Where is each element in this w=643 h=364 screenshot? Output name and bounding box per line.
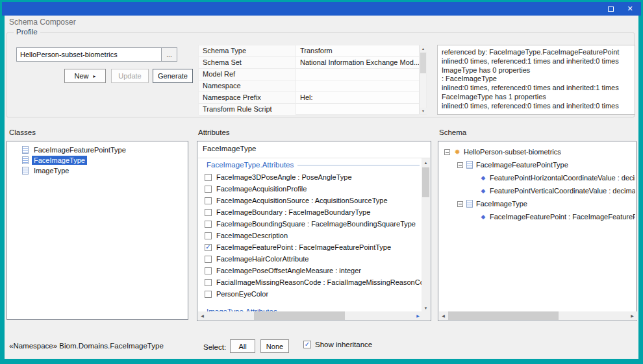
attribute-checkbox[interactable] [205,197,212,204]
generate-button[interactable]: Generate [153,69,193,83]
schema-tree: ✹HelloPerson-subset-biometricsFaceImageF… [439,142,635,311]
attribute-item[interactable]: PersonEyeColor [198,288,422,300]
attribute-item[interactable]: FaceImagePoseOffsetAngleMeasure : intege… [198,265,422,276]
attributes-horizontal-scrollbar[interactable]: ◀ ▶ [198,311,422,320]
attribute-label: FaceImageAcquisitionProfile [216,185,307,193]
tree-expander[interactable] [457,201,463,207]
attribute-list: FaceImage3DPoseAngle : PoseAngleTypeFace… [198,171,422,300]
scrollbar-thumb[interactable] [254,311,345,320]
attributes-panel: FaceImageType FaceImageType.Attributes F… [197,141,431,321]
attribute-item[interactable]: FaceImageAcquisitionSource : Acquisition… [198,195,422,206]
schema-label: Schema [439,128,466,136]
schema-horizontal-scrollbar[interactable]: ◀ ▶ [439,311,637,320]
tree-expander[interactable] [444,149,450,155]
class-list-item[interactable]: FaceImageFeaturePointType [7,145,188,155]
diamond-icon: ◆ [479,175,487,181]
attribute-item[interactable]: FaceImageHairColorAttribute [198,253,422,265]
tree-node[interactable]: FaceImageType [439,197,635,210]
tree-node[interactable]: ◆FaceImageFeaturePoint : FaceImageFeatur… [439,210,635,223]
classes-list[interactable]: FaceImageFeaturePointTypeFaceImageTypeIm… [6,141,188,320]
maximize-icon [608,6,614,12]
attribute-item[interactable]: FaceImageBoundingSquare : FaceImageBound… [198,218,422,230]
select-none-button[interactable]: None [260,339,289,353]
scroll-down-icon[interactable]: ▼ [420,108,427,114]
attribute-checkbox[interactable] [205,232,212,239]
property-value[interactable] [296,104,419,115]
property-label: Transform Rule Script [199,104,296,115]
scrollbar-thumb[interactable] [422,167,429,197]
attribute-checkbox[interactable] [205,221,212,228]
attribute-item[interactable]: FaceImage3DPoseAngle : PoseAngleType [198,171,422,183]
attribute-label: FaceImageBoundingSquare : FaceImageBound… [216,220,416,228]
scroll-up-icon[interactable]: ▲ [422,158,430,167]
tree-node[interactable]: ◆FeaturePointVerticalCoordinateValue : d… [439,184,635,197]
tree-node[interactable]: ✹HelloPerson-subset-biometrics [439,145,635,158]
attribute-item[interactable]: ✓FaceImageFeaturePoint : FaceImageFeatur… [198,241,422,253]
property-row[interactable]: Namespace [199,80,419,92]
group-header-text: FaceImageType.Attributes [207,161,294,169]
class-item-label: FaceImageType [32,156,87,165]
class-item-label: ImageType [32,166,71,175]
diamond-icon: ◆ [479,188,487,194]
class-list-item[interactable]: FaceImageType [7,155,188,165]
property-row[interactable]: Schema SetNational Information Exchange … [199,57,419,69]
titlebar[interactable]: ✕ [2,2,641,16]
attribute-label: FaceImageFeaturePoint : FaceImageFeature… [216,243,391,251]
close-button[interactable]: ✕ [625,5,635,14]
profile-group-label: Profile [14,28,40,36]
property-row[interactable]: Schema TypeTransform [199,45,419,57]
property-value[interactable] [296,69,419,80]
attributes-vertical-scrollbar[interactable]: ▲ ▼ [422,158,430,312]
attribute-label: FaceImageBoundary : FaceImageBoundaryTyp… [216,208,370,216]
attribute-checkbox[interactable] [205,186,212,193]
attribute-item[interactable]: FaceImageAcquisitionProfile [198,183,422,195]
class-list-item[interactable]: ImageType [7,165,188,176]
scroll-right-icon[interactable]: ▶ [628,311,637,320]
info-line: inlined:0 times, referenced:1 times and … [442,57,631,66]
tree-expander[interactable] [457,162,463,168]
attribute-item[interactable]: FacialImageMissingReasonCode : FacialIma… [198,276,422,288]
namespace-status: «Namespace» Biom.Domains.FaceImageType [9,342,164,350]
show-inheritance-label: Show inheritance [315,341,372,348]
scroll-up-icon[interactable]: ▲ [420,45,427,52]
attribute-checkbox[interactable] [205,209,212,216]
show-inheritance-checkbox[interactable]: ✓ [303,341,311,348]
property-grid-scrollbar[interactable]: ▲ ▼ [419,45,426,114]
property-value[interactable]: Transform [296,45,419,56]
property-row[interactable]: Transform Rule Script [199,104,419,115]
schema-panel: ✹HelloPerson-subset-biometricsFaceImageF… [438,141,637,321]
scroll-left-icon[interactable]: ◀ [439,311,448,320]
tree-node[interactable]: ◆FeaturePointHorizontalCoordinateValue :… [439,171,635,184]
show-inheritance-control[interactable]: ✓ Show inheritance [303,341,372,348]
update-button[interactable]: Update [111,69,149,83]
property-row[interactable]: Model Ref [199,69,419,80]
class-icon [22,156,29,164]
property-value[interactable]: Hel: [296,92,419,103]
select-all-button[interactable]: All [230,339,255,353]
attribute-item[interactable]: FaceImageDescription [198,230,422,241]
scrollbar-thumb[interactable] [448,311,559,320]
scrollbar-thumb[interactable] [420,53,426,73]
attribute-checkbox[interactable] [205,291,212,298]
dropdown-arrow-icon: ▸ [94,73,96,79]
property-value[interactable]: National Information Exchange Mod... [296,57,419,68]
attribute-checkbox[interactable]: ✓ [205,244,212,251]
property-row[interactable]: Namespace PrefixHel: [199,92,419,104]
info-line: ImageType has 0 properties [442,66,631,75]
browse-button[interactable]: ... [162,47,177,62]
property-value[interactable] [296,80,419,91]
tree-node-label: FaceImageType [476,200,527,208]
dialog-content: Schema Composer Profile ... New ▸ Update… [5,16,638,359]
new-button[interactable]: New ▸ [64,69,106,83]
attribute-checkbox[interactable] [205,267,212,274]
attribute-checkbox[interactable] [205,256,212,263]
maximize-button[interactable] [606,5,615,14]
profile-name-input[interactable] [16,47,162,62]
new-button-label: New [74,72,88,80]
attribute-item[interactable]: FaceImageBoundary : FaceImageBoundaryTyp… [198,206,422,218]
tree-node[interactable]: FaceImageFeaturePointType [439,158,635,171]
scrollbar-corner [422,311,430,320]
attribute-checkbox[interactable] [205,279,212,286]
attribute-checkbox[interactable] [205,174,212,181]
scroll-left-icon[interactable]: ◀ [198,311,207,320]
